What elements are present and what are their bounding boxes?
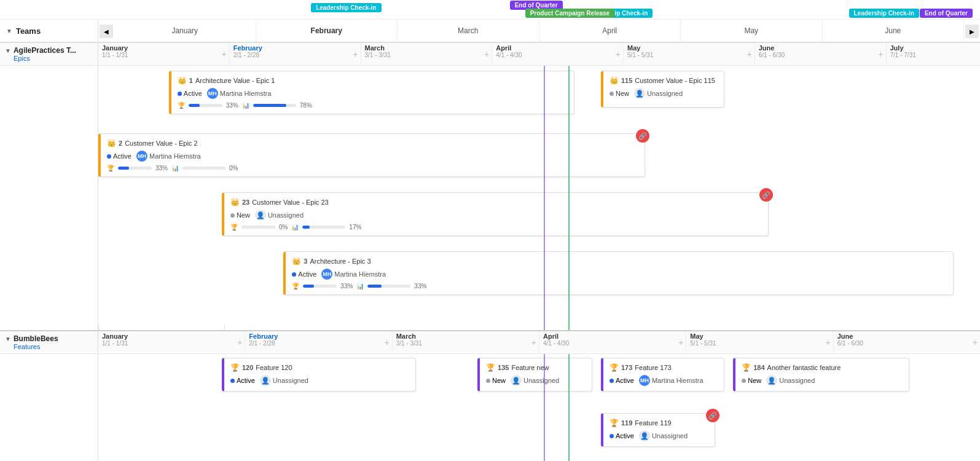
- team2-name-row[interactable]: ▼ BumbleBees: [5, 334, 93, 343]
- f119-assignee: 👤 Unassigned: [639, 430, 688, 441]
- team2-feb-cell: February 2/1 - 2/28 +: [245, 331, 392, 353]
- team2-collapse-icon[interactable]: ▼: [5, 336, 11, 342]
- epic115-title-row: 👑 115 Customer Value - Epic 115: [610, 76, 718, 85]
- feature-card-120[interactable]: 🏆 120 Feature 120 Active: [222, 358, 416, 392]
- epic3-progress: 🏆 33% 📊 33%: [292, 283, 947, 290]
- t2-apr-add[interactable]: +: [678, 337, 683, 347]
- f135-number: 135: [498, 364, 509, 371]
- team2-sidebar-header: ▼ BumbleBees Features: [0, 331, 98, 353]
- trophy-icon-2: 🏆: [107, 165, 114, 171]
- epic115-status-dot: [610, 92, 614, 96]
- teams-header: ▼ Teams: [0, 20, 98, 42]
- epic1-avatar: MH: [207, 88, 218, 99]
- team1-cards-right: 👑 1 Architecture Value - Epic 1 Active: [98, 66, 980, 330]
- team1-epics-label[interactable]: Epics: [14, 55, 93, 62]
- f120-trophy: 🏆: [230, 363, 240, 372]
- t1-jan-add[interactable]: +: [222, 49, 227, 59]
- epic2-progress-bar2: [182, 167, 225, 170]
- team1-cards-area: 👑 1 Architecture Value - Epic 1 Active: [0, 66, 980, 331]
- epic1-assignee: MH Martina Hiemstra: [207, 88, 272, 99]
- t2-mar-name: March: [396, 333, 535, 340]
- epic2-pct1: 33%: [155, 165, 168, 171]
- t2-may-add[interactable]: +: [825, 337, 830, 347]
- month-february: February: [256, 20, 398, 42]
- team2-features-label[interactable]: Features: [14, 343, 93, 350]
- f119-number: 119: [621, 419, 632, 427]
- t1-feb-add[interactable]: +: [353, 49, 358, 59]
- t2-jan-add[interactable]: +: [237, 337, 242, 347]
- milestone-product-campaign[interactable]: Product Campaign Release: [525, 9, 614, 18]
- feature-card-184[interactable]: 🏆 184 Another fantastic feature New: [733, 358, 909, 392]
- epic-card-115[interactable]: 👑 115 Customer Value - Epic 115 New: [601, 71, 724, 108]
- epic2-number: 2: [119, 140, 122, 147]
- epic3-progress-bar2: [367, 285, 410, 288]
- epic2-pct2: 0%: [229, 165, 238, 171]
- t2-jan-name: January: [102, 333, 241, 340]
- epic3-crown: 👑: [292, 257, 301, 266]
- team1-feb-cell: February 2/1 - 2/28 +: [230, 43, 361, 65]
- f119-title: Feature 119: [635, 419, 671, 427]
- epic23-progress: 🏆 0% 📊 17%: [230, 224, 762, 230]
- t1-mar-add[interactable]: +: [484, 49, 489, 59]
- f173-number: 173: [621, 364, 632, 371]
- milestone-leadership-checkin-3[interactable]: Leadership Check-in: [849, 9, 919, 18]
- chevron-down-icon[interactable]: ▼: [6, 28, 12, 34]
- f120-title-row: 🏆 120 Feature 120: [230, 363, 409, 372]
- team1-name-row[interactable]: ▼ AgilePractices T...: [5, 46, 93, 55]
- epic1-status-text: Active: [184, 90, 202, 97]
- nav-right-button[interactable]: ▶: [965, 25, 979, 38]
- t1-feb-name: February: [233, 44, 357, 52]
- f119-link-badge[interactable]: 🔗: [706, 409, 719, 422]
- epic-card-23[interactable]: 🔗 👑 23 Customer Value - Epic 23 New: [222, 192, 769, 236]
- epic2-title: Customer Value - Epic 2: [125, 140, 197, 147]
- feature-card-119[interactable]: 🔗 🏆 119 Feature 119 Active: [601, 413, 716, 447]
- month-january: January: [114, 20, 256, 42]
- t2-may-range: 5/1 - 5/31: [690, 340, 829, 347]
- f135-status: New: [486, 377, 506, 384]
- t1-may-name: May: [627, 44, 751, 52]
- f184-assignee-name: Unassigned: [779, 377, 815, 384]
- nav-left-button[interactable]: ◀: [100, 25, 113, 38]
- f135-avatar: 👤: [511, 375, 522, 386]
- epic1-status: Active: [178, 90, 202, 97]
- epic3-assignee: MH Martina Hiemstra: [321, 269, 386, 280]
- epic3-pct1: 33%: [340, 283, 353, 290]
- t1-jun-range: 6/1 - 6/30: [759, 52, 882, 58]
- milestone-leadership-checkin-1[interactable]: Leadership Check-in: [311, 3, 381, 12]
- f120-title: Feature 120: [256, 364, 292, 371]
- epic1-crown: 👑: [178, 76, 187, 85]
- f119-status: Active: [610, 432, 634, 439]
- f120-status: Active: [230, 377, 255, 384]
- team1-collapse-icon[interactable]: ▼: [5, 47, 11, 54]
- f119-meta: Active 👤 Unassigned: [610, 430, 709, 441]
- epic23-pct1: 0%: [279, 224, 288, 230]
- epic-card-2[interactable]: 🔗 👑 2 Customer Value - Epic 2 Active: [98, 133, 645, 177]
- epic2-link-badge[interactable]: 🔗: [636, 129, 649, 143]
- epic23-link-badge[interactable]: 🔗: [759, 188, 773, 202]
- epic115-avatar: 👤: [634, 88, 645, 99]
- epic2-crown: 👑: [107, 139, 116, 148]
- epic1-status-dot: [178, 92, 182, 96]
- milestone-end-of-quarter-2[interactable]: End of Quarter: [920, 9, 973, 18]
- t2-feb-add[interactable]: +: [384, 337, 389, 347]
- feature-card-135[interactable]: 🏆 135 Feature new New: [477, 358, 592, 392]
- team2-jun-cell: June 6/1 - 6/30 +: [834, 331, 980, 353]
- feature-card-173[interactable]: 🏆 173 Feature 173 Active: [601, 358, 724, 392]
- f173-title-row: 🏆 173 Feature 173: [610, 363, 718, 372]
- epic3-title-row: 👑 3 Architecture - Epic 3: [292, 257, 947, 266]
- t2-jun-range: 6/1 - 6/30: [837, 340, 976, 347]
- team2-month-header: ▼ BumbleBees Features January 1/1 - 1/31…: [0, 331, 980, 354]
- epic-card-1[interactable]: 👑 1 Architecture Value - Epic 1 Active: [169, 71, 574, 114]
- epic-card-3[interactable]: 👑 3 Architecture - Epic 3 Active: [283, 251, 954, 295]
- t1-jun-add[interactable]: +: [878, 49, 883, 59]
- t1-may-add[interactable]: +: [747, 49, 752, 59]
- f120-meta: Active 👤 Unassigned: [230, 375, 409, 386]
- f119-trophy: 🏆: [610, 419, 619, 427]
- t1-apr-add[interactable]: +: [616, 49, 621, 59]
- t2-mar-add[interactable]: +: [531, 337, 536, 347]
- chart-icon-3: 📊: [356, 283, 364, 290]
- month-april: April: [539, 20, 681, 42]
- t2-apr-name: April: [543, 333, 682, 340]
- t2-jun-add[interactable]: +: [973, 337, 978, 347]
- f184-status-dot: [742, 379, 746, 383]
